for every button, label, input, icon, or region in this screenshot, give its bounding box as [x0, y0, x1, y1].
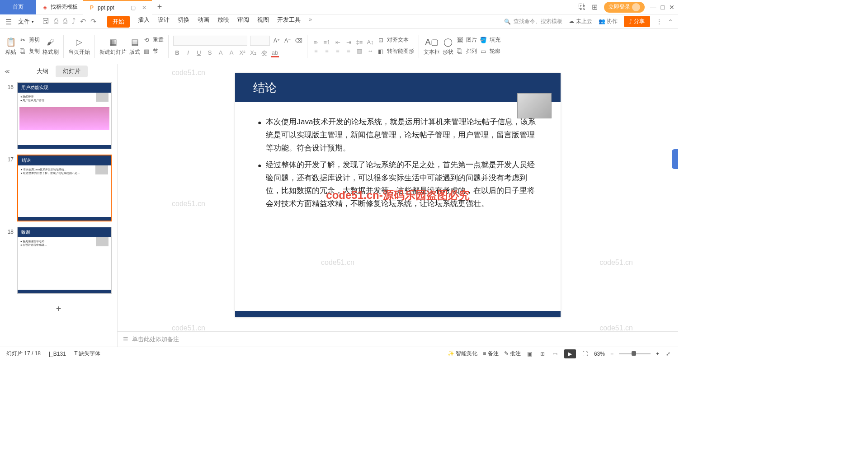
normal-view-icon[interactable]: ▣	[526, 350, 533, 358]
bold-button[interactable]: B	[173, 49, 181, 57]
align-text-button[interactable]: ⊡对齐文本	[377, 36, 414, 44]
minimize-button[interactable]: —	[650, 4, 656, 11]
textbox-button[interactable]: A▢ 文本框	[424, 37, 440, 56]
menu-start[interactable]: 开始	[107, 16, 130, 28]
font-color-button[interactable]: A	[227, 49, 236, 57]
align-left-icon[interactable]: ≡	[312, 47, 320, 54]
share-button[interactable]: ⤴ 分享	[624, 16, 650, 27]
new-tab-button[interactable]: +	[152, 2, 168, 12]
kebab-menu-icon[interactable]: ⋮	[656, 19, 662, 25]
collapse-panel-icon[interactable]: ≪	[5, 69, 10, 75]
copy-button[interactable]: ⿻复制	[19, 47, 40, 55]
zoom-in-icon[interactable]: +	[656, 351, 659, 357]
collab-button[interactable]: 👥 协作	[599, 18, 618, 25]
home-tab[interactable]: 首页	[0, 0, 36, 14]
cut-button[interactable]: ✂剪切	[19, 36, 40, 44]
file-tab[interactable]: P ppt.ppt ▢ ✕	[83, 0, 152, 14]
smart-beautify-button[interactable]: ✨ 智能美化	[448, 350, 477, 358]
bullet-list-icon[interactable]: ≡·	[312, 39, 320, 46]
thumbnail-18[interactable]: 18 致谢 ● 首先感谢指导老师...● 在设计过程中感谢...	[5, 227, 112, 294]
slide-canvas[interactable]: 结论 ●本次使用Java技术开发的论坛系统，就是运用计算机来管理论坛帖子信息，该…	[118, 64, 678, 331]
notes-bar[interactable]: ☰ 单击此处添加备注	[118, 331, 678, 347]
align-justify-icon[interactable]: ≡	[344, 47, 353, 54]
decrease-font-icon[interactable]: A⁻	[283, 38, 292, 44]
from-current-button[interactable]: ▷ 当页开始	[68, 37, 90, 56]
fill-button[interactable]: 🪣填充	[480, 36, 500, 44]
missing-font-warning[interactable]: Ƭ 缺失字体	[74, 350, 100, 358]
thumbnail-16[interactable]: 16 用户功能实现 ● 新闻管理● 用户登录用户管理...	[5, 82, 112, 149]
redo-icon[interactable]: ↷	[90, 17, 96, 26]
number-list-icon[interactable]: ≡1	[323, 39, 331, 46]
template-tab[interactable]: ◈ 找稻壳模板	[36, 0, 83, 14]
image-button[interactable]: 🖼图片	[456, 36, 477, 44]
arrange-button[interactable]: ⿻排列	[456, 47, 477, 55]
reading-view-icon[interactable]: ▭	[552, 350, 559, 358]
subscript-button[interactable]: X₂	[249, 49, 257, 57]
thumbnail-list[interactable]: 16 用户功能实现 ● 新闻管理● 用户登录用户管理... 17 结论 ● 本次…	[0, 79, 117, 347]
file-menu[interactable]: 文件 ▾	[15, 18, 37, 26]
highlight-button[interactable]: ab	[271, 49, 279, 57]
layout-button[interactable]: ▤ 版式	[129, 37, 140, 56]
section-button[interactable]: ▥节	[143, 47, 164, 55]
cloud-status[interactable]: ☁ 未上云	[569, 18, 592, 25]
menu-hamburger-icon[interactable]: ☰	[5, 18, 14, 26]
side-panel-handle[interactable]	[672, 149, 678, 169]
font-style-button[interactable]: A	[217, 49, 225, 57]
line-spacing-icon[interactable]: ‡≡	[355, 39, 363, 46]
sorter-view-icon[interactable]: ⊞	[539, 350, 546, 358]
print-preview-icon[interactable]: ⎙	[54, 17, 58, 26]
menu-devtools[interactable]: 开发工具	[277, 16, 301, 28]
text-effect-button[interactable]: 变	[260, 49, 268, 57]
undo-icon[interactable]: ↶	[80, 17, 86, 26]
menu-animation[interactable]: 动画	[198, 16, 209, 28]
smart-graphic-button[interactable]: ◧转智能图形	[377, 47, 414, 55]
add-slide-button[interactable]: +	[5, 299, 112, 319]
align-center-icon[interactable]: ≡	[323, 47, 331, 54]
underline-button[interactable]: U	[195, 49, 203, 57]
menu-review[interactable]: 审阅	[237, 16, 249, 28]
window-layout-icon[interactable]: ⿻	[579, 4, 586, 11]
text-direction-icon[interactable]: A↕	[366, 39, 374, 46]
zoom-slider[interactable]	[619, 353, 651, 354]
save-icon[interactable]: 🖫	[42, 17, 49, 26]
italic-button[interactable]: I	[184, 49, 192, 57]
slides-tab[interactable]: 幻灯片	[56, 66, 88, 77]
menu-more-icon[interactable]: »	[309, 16, 312, 28]
zoom-out-icon[interactable]: −	[610, 351, 613, 357]
command-search[interactable]: 🔍 查找命令、搜索模板	[504, 18, 562, 25]
clear-format-icon[interactable]: ⌫	[294, 38, 302, 44]
close-button[interactable]: ✕	[669, 4, 675, 11]
login-button[interactable]: 立即登录	[604, 2, 645, 13]
current-slide[interactable]: 结论 ●本次使用Java技术开发的论坛系统，就是运用计算机来管理论坛帖子信息，该…	[235, 73, 561, 317]
menu-view[interactable]: 视图	[257, 16, 269, 28]
font-size-select[interactable]	[250, 36, 270, 46]
new-slide-button[interactable]: ▦ 新建幻灯片	[99, 37, 127, 56]
reset-button[interactable]: ⟲重置	[143, 36, 164, 44]
spacing-icon[interactable]: ↔	[366, 47, 374, 54]
menu-slideshow[interactable]: 放映	[217, 16, 229, 28]
print-icon[interactable]: ⎙	[63, 17, 67, 26]
zoom-label[interactable]: 63%	[594, 351, 605, 357]
notes-toggle[interactable]: ≡ 备注	[483, 350, 498, 358]
menu-design[interactable]: 设计	[158, 16, 170, 28]
increase-indent-icon[interactable]: ⇥	[344, 39, 353, 46]
paste-button[interactable]: 📋 粘贴	[5, 37, 16, 56]
superscript-button[interactable]: X²	[238, 49, 246, 57]
slideshow-button[interactable]: ▶	[564, 349, 576, 358]
comments-toggle[interactable]: ✎ 批注	[504, 350, 521, 358]
increase-font-icon[interactable]: A⁺	[273, 38, 281, 44]
align-right-icon[interactable]: ≡	[334, 47, 342, 54]
shape-button[interactable]: ◯ 形状	[443, 37, 453, 56]
font-family-select[interactable]	[173, 36, 247, 46]
columns-icon[interactable]: ▥	[355, 47, 363, 54]
thumbnail-17[interactable]: 17 结论 ● 本次使用Java技术开发的论坛系统...● 经过整体的开发了解，…	[5, 155, 112, 221]
maximize-button[interactable]: □	[661, 4, 665, 11]
strike-button[interactable]: S	[206, 49, 214, 57]
close-tab-icon[interactable]: ✕	[142, 5, 146, 11]
outline-button[interactable]: ▭轮廓	[480, 47, 500, 55]
fullscreen-icon[interactable]: ⤢	[665, 350, 672, 358]
present-icon[interactable]: ▢	[131, 5, 136, 11]
format-painter-button[interactable]: 🖌 格式刷	[42, 37, 59, 56]
decrease-indent-icon[interactable]: ⇤	[334, 39, 342, 46]
apps-icon[interactable]: ⊞	[591, 4, 599, 11]
